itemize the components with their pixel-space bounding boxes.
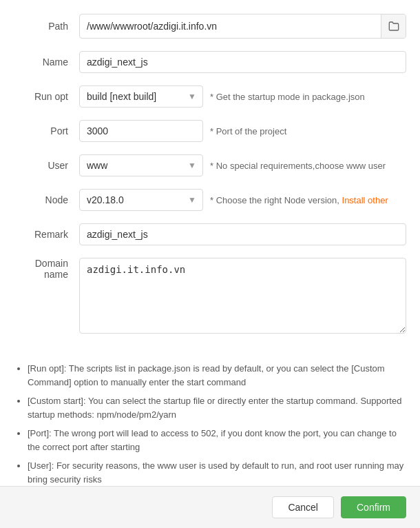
domain-name-textarea[interactable]: azdigi.it.info.vn — [79, 258, 406, 334]
path-input-wrapper — [79, 14, 406, 39]
run-opt-label: Run opt — [14, 91, 79, 102]
list-item: [Custom start]: You can select the start… — [28, 394, 406, 421]
install-other-link[interactable]: Install other — [342, 195, 388, 205]
port-hint: * Port of the project — [210, 126, 286, 136]
run-opt-select[interactable]: build [next build] Custom Command — [79, 85, 203, 108]
path-input[interactable] — [80, 16, 381, 37]
folder-browse-button[interactable] — [381, 14, 406, 38]
list-item: [Run opt]: The scripts list in package.j… — [28, 362, 406, 389]
node-row: Node v20.18.0 v18.0.0 v16.0.0 ▼ * Choose… — [14, 189, 406, 211]
remark-input[interactable] — [79, 223, 406, 245]
info-list: [Run opt]: The scripts list in package.j… — [14, 362, 406, 486]
user-label: User — [14, 160, 79, 171]
confirm-button[interactable]: Confirm — [341, 496, 406, 518]
remark-label: Remark — [14, 229, 79, 240]
path-label: Path — [14, 21, 79, 32]
name-label: Name — [14, 57, 79, 68]
domain-name-row: Domain name azdigi.it.info.vn — [14, 258, 406, 336]
remark-field — [79, 223, 406, 245]
port-input[interactable] — [79, 120, 203, 142]
list-item: [User]: For security reasons, the www us… — [28, 459, 406, 486]
port-label: Port — [14, 125, 79, 136]
run-opt-hint: * Get the startup mode in package.json — [210, 92, 365, 102]
run-opt-row: Run opt build [next build] Custom Comman… — [14, 85, 406, 108]
node-hint: * Choose the right Node version, Install… — [210, 195, 388, 205]
cancel-button[interactable]: Cancel — [272, 496, 334, 518]
path-field — [79, 14, 406, 39]
run-opt-field: build [next build] Custom Command ▼ * Ge… — [79, 85, 406, 108]
port-row: Port * Port of the project — [14, 120, 406, 142]
user-row: User www root ▼ * No special requirement… — [14, 154, 406, 176]
name-input[interactable] — [79, 51, 406, 73]
remark-row: Remark — [14, 223, 406, 245]
info-section: [Run opt]: The scripts list in package.j… — [0, 355, 420, 505]
node-hint-text: * Choose the right Node version, — [210, 195, 339, 205]
user-hint: * No special requirements,choose www use… — [210, 161, 386, 171]
domain-name-label: Domain name — [14, 258, 79, 280]
name-field — [79, 51, 406, 73]
user-select-wrapper: www root ▼ — [79, 154, 203, 176]
node-select-wrapper: v20.18.0 v18.0.0 v16.0.0 ▼ — [79, 189, 203, 211]
node-label: Node — [14, 194, 79, 205]
user-field: www root ▼ * No special requirements,cho… — [79, 154, 406, 176]
user-select[interactable]: www root — [79, 154, 203, 176]
path-row: Path — [14, 14, 406, 39]
node-field: v20.18.0 v18.0.0 v16.0.0 ▼ * Choose the … — [79, 189, 406, 211]
node-select[interactable]: v20.18.0 v18.0.0 v16.0.0 — [79, 189, 203, 211]
run-opt-select-wrapper: build [next build] Custom Command ▼ — [79, 85, 203, 108]
footer: Cancel Confirm — [0, 486, 420, 528]
port-field: * Port of the project — [79, 120, 406, 142]
list-item: [Port]: The wrong port will lead to acce… — [28, 427, 406, 454]
domain-name-field: azdigi.it.info.vn — [79, 258, 406, 336]
name-row: Name — [14, 51, 406, 73]
form-container: Path Name Run opt build [next build] — [0, 0, 420, 355]
folder-icon — [388, 21, 399, 32]
